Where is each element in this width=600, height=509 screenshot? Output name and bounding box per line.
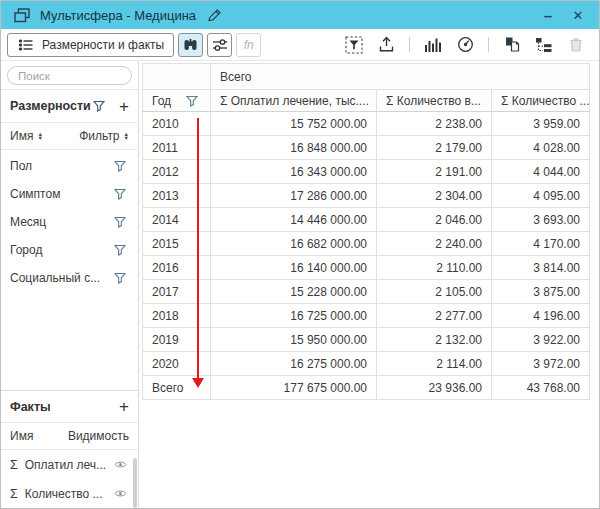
column-header-kolichestvo-v[interactable]: Σ Количество в...: [377, 90, 492, 112]
app-window: Мультисфера - Медицина – ✕ Размерности и…: [0, 0, 600, 509]
filter-icon[interactable]: [111, 269, 129, 287]
minimize-button[interactable]: –: [539, 6, 557, 24]
value-cell: 16 343 000.00: [211, 160, 377, 184]
value-cell: 2 046.00: [377, 208, 492, 232]
binoculars-icon: [182, 36, 200, 54]
filter-icon[interactable]: [111, 241, 129, 259]
dimensions-columns-header: Имя ▲▼ Фильтр ▲▼: [1, 123, 138, 149]
dimensions-title: Размерности: [10, 99, 91, 113]
span-header-vsego[interactable]: Всего: [211, 64, 590, 90]
year-cell[interactable]: 2013: [143, 184, 211, 208]
value-cell: 2 114.00: [377, 352, 492, 376]
filter-icon[interactable]: [111, 185, 129, 203]
dimensions-facts-label: Размерности и факты: [42, 38, 164, 52]
value-cell: 16 682 000.00: [211, 232, 377, 256]
close-button[interactable]: ✕: [569, 6, 587, 24]
value-cell: 2 277.00: [377, 304, 492, 328]
value-cell: 4 196.00: [492, 304, 590, 328]
table-row: 2018 16 725 000.00 2 277.00 4 196.00: [143, 304, 590, 328]
sigma-icon: Σ: [10, 487, 18, 501]
search-input[interactable]: [7, 66, 132, 85]
year-cell[interactable]: 2019: [143, 328, 211, 352]
value-cell: 2 238.00: [377, 112, 492, 136]
dimension-item-simptom[interactable]: Симптом: [1, 180, 138, 208]
value-cell: 2 105.00: [377, 280, 492, 304]
year-cell[interactable]: 2015: [143, 232, 211, 256]
year-cell[interactable]: 2017: [143, 280, 211, 304]
add-dimension-button[interactable]: +: [119, 98, 129, 115]
visibility-eye-icon[interactable]: [111, 485, 129, 503]
year-cell[interactable]: 2018: [143, 304, 211, 328]
facts-visibility-column: Видимость: [68, 429, 129, 443]
table-row: 2019 15 950 000.00 2 132.00 3 922.00: [143, 328, 590, 352]
corner-cell: [143, 64, 211, 90]
sigma-icon: Σ: [10, 458, 18, 472]
value-cell: 15 950 000.00: [211, 328, 377, 352]
titlebar: Мультисфера - Медицина – ✕: [1, 1, 599, 29]
sliders-icon: [211, 36, 229, 54]
sidebar-scrollbar[interactable]: [133, 458, 137, 508]
dimensions-filter-column[interactable]: Фильтр ▲▼: [79, 129, 129, 143]
total-value-cell: 43 768.00: [492, 376, 590, 400]
gauge-icon[interactable]: [456, 36, 474, 54]
value-cell: 2 132.00: [377, 328, 492, 352]
year-cell[interactable]: 2016: [143, 256, 211, 280]
facts-section: Факты + Имя Видимость Σ Оплатил леч...: [1, 390, 138, 508]
table-row: 2020 16 275 000.00 2 114.00 3 972.00: [143, 352, 590, 376]
year-cell[interactable]: 2010: [143, 112, 211, 136]
value-cell: 2 304.00: [377, 184, 492, 208]
year-cell[interactable]: 2011: [143, 136, 211, 160]
filter-icon[interactable]: [111, 157, 129, 175]
value-cell: 16 140 000.00: [211, 256, 377, 280]
dimensions-filter-icon[interactable]: [91, 97, 108, 115]
dimensions-facts-button[interactable]: Размерности и факты: [7, 33, 174, 57]
total-value-cell: 177 675 000.00: [211, 376, 377, 400]
add-fact-button[interactable]: +: [119, 398, 129, 415]
facts-name-column: Имя: [10, 429, 33, 443]
value-cell: 4 044.00: [492, 160, 590, 184]
fact-item-oplatil[interactable]: Σ Оплатил леч...: [1, 450, 138, 479]
dimension-item-socialny[interactable]: Социальный с...: [1, 264, 138, 292]
structure-icon[interactable]: [535, 36, 553, 54]
table-row: 2012 16 343 000.00 2 191.00 4 044.00: [143, 160, 590, 184]
value-cell: 2 110.00: [377, 256, 492, 280]
dimensions-name-column[interactable]: Имя ▲▼: [10, 129, 43, 143]
filter-area-icon[interactable]: [345, 36, 363, 54]
year-filter-icon[interactable]: [183, 92, 201, 110]
copy-icon[interactable]: [503, 36, 521, 54]
search-view-button[interactable]: [178, 33, 203, 57]
toolbar-separator: [409, 37, 410, 52]
column-header-kolichestvo[interactable]: Σ Количество ...: [492, 90, 590, 112]
table-row: 2010 15 752 000.00 2 238.00 3 959.00: [143, 112, 590, 136]
dimensions-list: Пол Симптом Месяц: [1, 150, 138, 294]
year-cell[interactable]: 2020: [143, 352, 211, 376]
settings-sliders-button[interactable]: [207, 33, 232, 57]
sort-icon: ▲▼: [124, 132, 129, 141]
value-cell: 17 286 000.00: [211, 184, 377, 208]
edit-title-icon[interactable]: [205, 6, 223, 24]
value-cell: 3 959.00: [492, 112, 590, 136]
year-cell[interactable]: 2014: [143, 208, 211, 232]
dimension-item-mesyac[interactable]: Месяц: [1, 208, 138, 236]
table-row: 2017 15 228 000.00 2 105.00 3 875.00: [143, 280, 590, 304]
fact-item-kolichestvo[interactable]: Σ Количество ...: [1, 479, 138, 508]
row-dimension-header[interactable]: Год: [143, 90, 211, 112]
app-window-icon: [13, 6, 31, 24]
value-cell: 2 240.00: [377, 232, 492, 256]
visibility-eye-icon[interactable]: [111, 456, 129, 474]
formula-button: fn: [236, 33, 261, 57]
pivot-area: Всего Год Σ Оплатил лечение, тыс....: [139, 61, 599, 508]
export-icon[interactable]: [377, 36, 395, 54]
total-row: Всего 177 675 000.00 23 936.00 43 768.00: [143, 376, 590, 400]
sidebar: Размерности + Имя ▲▼ Фильтр: [1, 61, 139, 508]
table-row: 2011 16 848 000.00 2 179.00 4 028.00: [143, 136, 590, 160]
value-cell: 2 179.00: [377, 136, 492, 160]
filter-icon[interactable]: [111, 213, 129, 231]
bar-chart-icon[interactable]: [424, 36, 442, 54]
facts-title: Факты: [10, 400, 51, 414]
year-cell[interactable]: 2012: [143, 160, 211, 184]
dimension-item-pol[interactable]: Пол: [1, 152, 138, 180]
dimension-item-gorod[interactable]: Город: [1, 236, 138, 264]
column-header-oplatil[interactable]: Σ Оплатил лечение, тыс....: [211, 90, 377, 112]
drilldown-arrow-head: [192, 378, 204, 388]
